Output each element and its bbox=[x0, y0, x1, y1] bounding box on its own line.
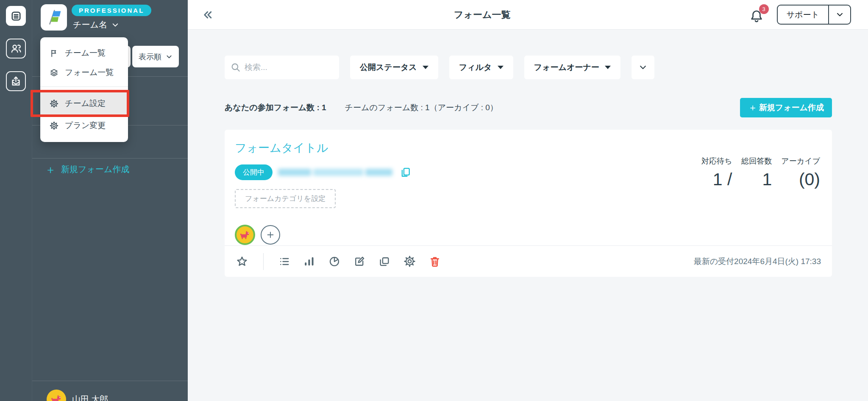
menu-item-label: チーム一覧 bbox=[65, 47, 106, 58]
app-window: PROFESSIONAL チーム名 表示順 ＋ 新規フォーム作成 山田 太郎 bbox=[0, 0, 868, 401]
chevron-down-icon bbox=[166, 53, 172, 60]
main-header: フォーム一覧 3 サポート bbox=[188, 0, 868, 30]
status-filter-label: 公開ステータス bbox=[360, 62, 417, 73]
sort-order-label: 表示順 bbox=[139, 52, 161, 62]
edit-icon[interactable] bbox=[353, 256, 365, 267]
latest-response-timestamp: 最新の受付2024年6月4日(火) 17:33 bbox=[694, 256, 821, 267]
filter-label: フィルタ bbox=[459, 62, 492, 73]
team-name-dropdown[interactable]: チーム名 bbox=[73, 19, 119, 31]
support-caret-section[interactable] bbox=[828, 6, 850, 24]
stat-waiting: 対応待ち 1 / bbox=[701, 156, 732, 189]
delete-trash-icon[interactable] bbox=[429, 256, 441, 267]
status-badge: 公開中 bbox=[235, 164, 273, 180]
status-filter-button[interactable]: 公開ステータス bbox=[350, 56, 438, 79]
stat-label: 対応待ち bbox=[701, 156, 732, 166]
plus-icon: ＋ bbox=[748, 101, 757, 114]
owner-filter-button[interactable]: フォームオーナー bbox=[524, 56, 620, 79]
team-dropdown-menu: チーム一覧 フォーム一覧 チーム設定 プラン変更 bbox=[40, 37, 128, 142]
copy-url-icon[interactable] bbox=[400, 167, 412, 178]
user-avatar bbox=[47, 390, 66, 401]
stat-value: (0) bbox=[781, 170, 820, 189]
form-title-link[interactable]: フォームタイトル bbox=[235, 140, 822, 156]
filter-button[interactable]: フィルタ bbox=[449, 56, 513, 79]
new-form-button-label: 新規フォーム作成 bbox=[759, 102, 824, 113]
form-card: フォームタイトル 公開中 フォームカテゴリを設定 bbox=[225, 130, 832, 277]
double-chevron-left-icon bbox=[201, 8, 214, 21]
menu-divider bbox=[40, 86, 128, 87]
plus-icon bbox=[266, 230, 275, 239]
stat-value: 1 / bbox=[701, 170, 732, 189]
header-right: 3 サポート bbox=[749, 5, 851, 25]
plan-badge: PROFESSIONAL bbox=[72, 5, 151, 16]
sidebar-divider bbox=[32, 158, 188, 159]
owner-filter-label: フォームオーナー bbox=[534, 62, 599, 73]
support-label: サポート bbox=[778, 6, 828, 24]
stats-row: あなたの参加フォーム数 : 1 チームのフォーム数 : 1（アーカイブ : 0）… bbox=[225, 98, 832, 117]
sidebar-new-form-link[interactable]: ＋ 新規フォーム作成 bbox=[45, 164, 129, 175]
support-button[interactable]: サポート bbox=[777, 5, 851, 25]
stat-label: 総回答数 bbox=[741, 156, 772, 166]
gear-icon bbox=[50, 121, 58, 130]
toolbar-divider bbox=[263, 253, 264, 270]
add-member-button[interactable] bbox=[261, 225, 280, 245]
user-name: 山田 太郎 bbox=[72, 394, 108, 401]
menu-item-label: フォーム一覧 bbox=[65, 67, 114, 78]
member-row bbox=[235, 225, 822, 245]
settings-gear-icon[interactable] bbox=[403, 255, 416, 267]
export-mail-icon[interactable] bbox=[6, 71, 26, 91]
chevron-down-icon bbox=[639, 63, 647, 72]
stat-archive: アーカイブ (0) bbox=[781, 156, 820, 189]
team-forms-count: チームのフォーム数 : 1（アーカイブ : 0） bbox=[345, 102, 498, 113]
menu-item-team-settings[interactable]: チーム設定 bbox=[40, 91, 128, 116]
chevron-down-icon bbox=[836, 11, 844, 19]
menu-item-label: チーム設定 bbox=[65, 98, 106, 109]
duplicate-icon[interactable] bbox=[378, 256, 390, 267]
pie-chart-icon[interactable] bbox=[328, 256, 340, 267]
formrun-logo[interactable] bbox=[41, 4, 67, 31]
team-name-label: チーム名 bbox=[73, 19, 107, 31]
stat-value: 1 bbox=[741, 170, 772, 189]
icon-rail bbox=[0, 0, 32, 401]
new-form-link-label: 新規フォーム作成 bbox=[61, 164, 129, 175]
menu-item-team-list[interactable]: チーム一覧 bbox=[40, 43, 128, 63]
bar-chart-icon[interactable] bbox=[303, 256, 315, 267]
blurred-form-url bbox=[278, 169, 392, 176]
form-card-body: フォームタイトル 公開中 フォームカテゴリを設定 bbox=[225, 130, 832, 256]
content: 公開ステータス フィルタ フォームオーナー あなたの参加フォーム数 : 1 bbox=[188, 30, 868, 277]
collapse-sidebar-button[interactable] bbox=[199, 6, 216, 23]
members-icon[interactable] bbox=[6, 39, 26, 58]
form-list-icon[interactable] bbox=[6, 6, 26, 26]
member-avatar[interactable] bbox=[235, 225, 255, 245]
layers-icon bbox=[50, 68, 58, 77]
current-user[interactable]: 山田 太郎 bbox=[47, 390, 108, 401]
gear-icon bbox=[50, 99, 58, 108]
stat-total: 総回答数 1 bbox=[741, 156, 772, 189]
answers-list-icon[interactable] bbox=[278, 256, 290, 267]
plus-icon: ＋ bbox=[45, 164, 56, 175]
main-area: フォーム一覧 3 サポート bbox=[188, 0, 868, 401]
caret-down-icon bbox=[605, 66, 611, 69]
caret-down-icon bbox=[423, 66, 428, 69]
notifications-button[interactable]: 3 bbox=[749, 5, 766, 25]
joined-forms-count: あなたの参加フォーム数 : 1 bbox=[225, 102, 326, 113]
sort-order-button[interactable]: 表示順 bbox=[132, 46, 179, 67]
menu-item-form-list[interactable]: フォーム一覧 bbox=[40, 63, 128, 82]
chevron-down-icon bbox=[111, 21, 119, 29]
menu-item-plan-change[interactable]: プラン変更 bbox=[40, 116, 128, 135]
notification-count-badge: 3 bbox=[759, 4, 769, 14]
sidebar-divider bbox=[32, 381, 188, 381]
search-icon bbox=[230, 62, 241, 73]
filter-row: 公開ステータス フィルタ フォームオーナー bbox=[225, 56, 832, 79]
menu-item-label: プラン変更 bbox=[65, 120, 106, 131]
search-box bbox=[225, 56, 339, 79]
favorite-star-icon[interactable] bbox=[236, 255, 248, 268]
more-filters-button[interactable] bbox=[632, 56, 654, 79]
form-card-stats: 対応待ち 1 / 総回答数 1 アーカイブ (0) bbox=[701, 156, 820, 189]
caret-down-icon bbox=[498, 66, 504, 69]
search-input[interactable] bbox=[225, 56, 339, 79]
form-card-toolbar: 最新の受付2024年6月4日(火) 17:33 bbox=[225, 245, 832, 277]
new-form-button[interactable]: ＋ 新規フォーム作成 bbox=[740, 98, 832, 117]
set-category-button[interactable]: フォームカテゴリを設定 bbox=[235, 189, 336, 208]
page-title: フォーム一覧 bbox=[216, 8, 749, 21]
stat-label: アーカイブ bbox=[781, 156, 820, 166]
